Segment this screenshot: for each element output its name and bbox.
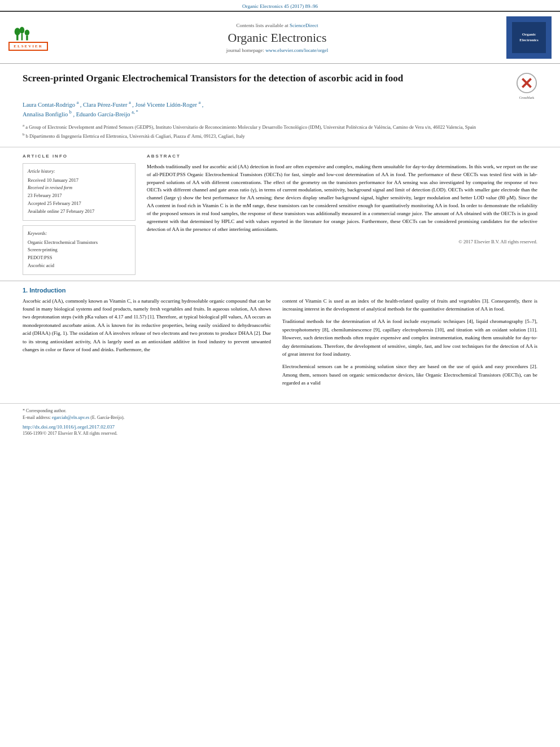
corresponding-note: * Corresponding author. — [23, 408, 537, 413]
intro-para-1: Ascorbic acid (AA), commonly known as Vi… — [23, 297, 271, 354]
affil-2-text: b Dipartimento di Ingegneria Elettrica e… — [26, 133, 245, 139]
abstract-heading: ABSTRACT — [147, 153, 537, 160]
abstract-text: Methods traditionally used for ascorbic … — [147, 163, 537, 234]
author-4-sup: b — [69, 110, 72, 115]
revised-label: Received in revised form — [28, 185, 130, 191]
corresponding-text: * Corresponding author. — [23, 408, 67, 413]
author-sep-4: , Eduardo García-Breijo — [73, 111, 132, 117]
kw-2: Screen-printing — [28, 246, 130, 254]
article-info-heading: ARTICLE INFO — [23, 153, 135, 160]
intro-para-2: content of Vitamin C is used as an index… — [282, 297, 537, 313]
article-history-box: Article history: Received 10 January 201… — [23, 163, 135, 221]
homepage-line: journal homepage: www.elsevier.com/locat… — [54, 47, 501, 53]
author-sep-1: , Clara Pérez-Fuster — [80, 102, 129, 108]
body-two-col: Ascorbic acid (AA), commonly known as Vi… — [23, 297, 537, 392]
available-date: Available online 27 February 2017 — [28, 208, 130, 215]
affil-1-text: a Group of Electronic Development and Pr… — [25, 124, 476, 129]
body-section: 1. Introduction Ascorbic acid (AA), comm… — [0, 281, 560, 400]
intro-para-4: Electrochemical sensors can be a promisi… — [282, 362, 537, 387]
author-sep-3: , — [202, 102, 204, 108]
science-direct-link[interactable]: ScienceDirect — [290, 23, 318, 28]
author-2-sup: a — [129, 100, 131, 105]
journal-logo-inner: OrganicElectronics — [512, 22, 546, 53]
kw-1: Organic Electrochemical Transistors — [28, 239, 130, 246]
doi-line: http://dx.doi.org/10.1016/j.orgel.2017.0… — [23, 423, 537, 430]
header-section: ELSEVIER Contents lists available at Sci… — [0, 11, 560, 64]
author-4: Annalisa Bonfiglio — [23, 111, 69, 117]
footer-section: * Corresponding author. E-mail address: … — [0, 403, 560, 439]
authors-line: Laura Contat-Rodrigo a , Clara Pérez-Fus… — [23, 99, 537, 119]
author-1: Laura Contat-Rodrigo — [23, 102, 77, 108]
two-col-section: ARTICLE INFO Article history: Received 1… — [0, 147, 560, 281]
crossmark-icon — [516, 72, 537, 94]
svg-rect-4 — [26, 35, 28, 40]
article-info-col: ARTICLE INFO Article history: Received 1… — [23, 153, 135, 275]
body-right-col: content of Vitamin C is used as an index… — [282, 297, 537, 392]
journal-link-bar: Organic Electronics 45 (2017) 89–96 — [0, 0, 560, 11]
author-5-sup: a, * — [132, 110, 138, 115]
affil-2: b b Dipartimento di Ingegneria Elettrica… — [23, 132, 537, 140]
kw-4: Ascorbic acid — [28, 262, 130, 269]
intro-para-3: Traditional methods for the determinatio… — [282, 317, 537, 358]
author-1-sup: a — [77, 100, 79, 105]
received-date: Received 10 January 2017 — [28, 177, 130, 184]
abstract-col: ABSTRACT Methods traditionally used for … — [147, 153, 537, 275]
affiliations: a a Group of Electronic Development and … — [23, 123, 537, 140]
journal-link-text: Organic Electronics 45 (2017) 89–96 — [242, 3, 318, 9]
email-suffix: (E. García-Breijo). — [90, 415, 124, 420]
crossmark-area: CrossMark — [516, 72, 537, 99]
doi-link[interactable]: http://dx.doi.org/10.1016/j.orgel.2017.0… — [23, 424, 115, 430]
affil-1: a a Group of Electronic Development and … — [23, 123, 537, 131]
svg-point-3 — [19, 27, 24, 33]
elsevier-label: ELSEVIER — [8, 42, 48, 51]
intro-heading: 1. Introduction — [23, 287, 537, 294]
journal-logo-title: OrganicElectronics — [519, 32, 538, 42]
article-title-section: Screen-printed Organic Electrochemical T… — [0, 64, 560, 147]
kw-3: PEDOT:PSS — [28, 254, 130, 261]
author-3-sup: a — [199, 100, 201, 105]
page-container: Organic Electronics 45 (2017) 89–96 ELSE… — [0, 0, 560, 439]
header-center: Contents lists available at ScienceDirec… — [54, 23, 501, 53]
keywords-heading: Keywords: — [28, 230, 130, 237]
elsevier-logo-area: ELSEVIER — [8, 25, 48, 51]
journal-title-main: Organic Electronics — [54, 30, 501, 45]
svg-point-1 — [14, 28, 20, 36]
article-title: Screen-printed Organic Electrochemical T… — [23, 72, 463, 85]
history-subheading: Article history: — [28, 168, 130, 175]
body-left-col: Ascorbic acid (AA), commonly known as Vi… — [23, 297, 271, 392]
svg-rect-2 — [21, 33, 23, 40]
homepage-url[interactable]: www.elsevier.com/locate/orgel — [265, 47, 328, 53]
email-label: E-mail address: — [23, 415, 51, 420]
journal-logo-box: OrganicElectronics — [506, 16, 552, 59]
revised-date: 23 February 2017 — [28, 192, 130, 199]
svg-point-5 — [24, 29, 29, 35]
elsevier-tree-icon — [13, 25, 44, 42]
crossmark-label: CrossMark — [516, 96, 537, 99]
license-line: 1566-1199/© 2017 Elsevier B.V. All right… — [23, 431, 537, 436]
homepage-text: journal homepage: — [226, 47, 264, 53]
email-link[interactable]: egarciab@eln.upv.es — [52, 415, 89, 420]
contents-line: Contents lists available at ScienceDirec… — [54, 23, 501, 28]
keywords-box: Keywords: Organic Electrochemical Transi… — [23, 225, 135, 275]
copyright-line: © 2017 Elsevier B.V. All rights reserved… — [147, 238, 537, 246]
author-sep-2: , José Vicente Lidón-Roger — [132, 102, 198, 108]
email-line: E-mail address: egarciab@eln.upv.es (E. … — [23, 415, 537, 420]
accepted-date: Accepted 25 February 2017 — [28, 200, 130, 207]
contents-text: Contents lists available at — [237, 23, 288, 28]
